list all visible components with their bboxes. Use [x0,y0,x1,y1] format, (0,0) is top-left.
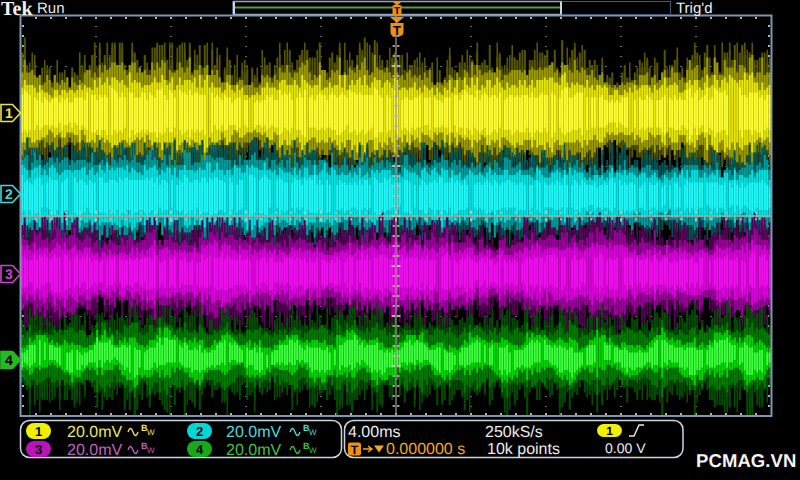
svg-text:4.00ms: 4.00ms [348,424,400,441]
svg-text:T: T [351,443,359,457]
svg-text:2: 2 [196,424,203,439]
svg-text:T: T [394,6,400,17]
svg-text:W: W [309,446,317,455]
svg-text:W: W [147,446,155,455]
svg-text:0.000000 s: 0.000000 s [386,441,465,458]
svg-text:Tek: Tek [1,0,33,20]
svg-text:T: T [393,23,401,38]
svg-text:250kS/s: 250kS/s [485,424,543,441]
svg-text:0.00 V: 0.00 V [605,440,646,456]
svg-text:20.0mV: 20.0mV [67,424,122,441]
svg-text:W: W [147,428,155,437]
svg-text:20.0mV: 20.0mV [226,424,281,441]
svg-text:Trig'd: Trig'd [676,0,712,17]
svg-text:4: 4 [5,352,13,368]
svg-text:Run: Run [37,0,65,17]
svg-text:1: 1 [5,105,13,121]
svg-text:10k points: 10k points [487,441,560,458]
svg-text:4: 4 [196,442,204,457]
svg-text:1: 1 [35,424,42,439]
svg-text:20.0mV: 20.0mV [226,442,281,459]
svg-text:2: 2 [5,186,13,202]
svg-text:20.0mV: 20.0mV [67,442,122,459]
svg-text:3: 3 [5,266,13,282]
svg-text:1: 1 [606,424,613,438]
svg-text:W: W [309,428,317,437]
svg-text:3: 3 [35,442,42,457]
svg-text:PCMAG.VN: PCMAG.VN [696,450,797,471]
